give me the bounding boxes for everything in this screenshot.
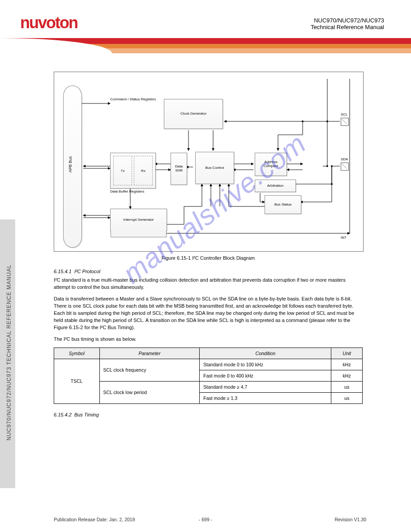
footer-page: - 699 - bbox=[199, 517, 212, 522]
logo: nuvoTon bbox=[20, 13, 77, 32]
svg-point-40 bbox=[326, 165, 328, 167]
svg-point-39 bbox=[326, 120, 328, 122]
page: nuvoTon NUC970/NUC972/NUC973 Technical R… bbox=[0, 0, 411, 532]
side-tab: NUC970/NUC972/NUC973 TECHNICAL REFERENCE… bbox=[0, 219, 15, 488]
cmd-status-label: Command / Status Registers bbox=[110, 97, 156, 101]
data-buffer-regs-label: Data Buffer Registers bbox=[110, 189, 144, 193]
arbitration-block: Arbitration bbox=[255, 180, 296, 192]
footer-revision: Revision V1.30 bbox=[334, 517, 366, 522]
footer: Publication Release Date: Jan. 2, 2018 -… bbox=[0, 517, 411, 522]
brand-bar bbox=[0, 38, 411, 56]
sda-label: SDA bbox=[341, 157, 348, 161]
protocol-p3: The I²C bus timing is shown as below. bbox=[54, 336, 363, 343]
intr-gen-subbar bbox=[111, 231, 167, 237]
bus-status-block: Bus Status bbox=[265, 195, 301, 214]
th-symbol: Symbol bbox=[54, 348, 100, 359]
side-tab-text: NUC970/NUC972/NUC973 TECHNICAL REFERENCE… bbox=[6, 218, 12, 487]
section-heading-protocol: 6.15.4.1 I²C Protocol bbox=[54, 269, 363, 274]
content: APB Bus Clock Generator Command / Status… bbox=[54, 72, 363, 420]
scl-pad-icon bbox=[341, 118, 349, 126]
clock-generator-block: Clock Generator bbox=[164, 99, 223, 129]
figure-caption: Figure 6.15-1 I²C Controller Block Diagr… bbox=[54, 255, 363, 261]
th-unit: Unit bbox=[331, 348, 363, 359]
interrupt-gen-block: Interrupt Generator bbox=[110, 209, 167, 231]
table-row: SCL clock low period Standard mode ≥ 4.7… bbox=[54, 381, 363, 392]
section-heading-timing: 6.15.4.2 Bus Timing bbox=[54, 412, 363, 417]
th-condition: Condition bbox=[200, 348, 331, 359]
series-text: NUC970/NUC972/NUC973 bbox=[311, 17, 384, 24]
block-diagram: APB Bus Clock Generator Command / Status… bbox=[54, 72, 364, 252]
svg-point-41 bbox=[331, 165, 333, 167]
scl-label: SCL bbox=[341, 112, 348, 116]
apb-bus-label: APB Bus bbox=[68, 84, 73, 245]
protocol-p1: I²C standard is a true multi-master bus … bbox=[54, 277, 363, 291]
data-buffer-block: Tx Rx bbox=[110, 153, 156, 189]
sda-pad-icon bbox=[341, 163, 349, 171]
rx-buffer: Rx bbox=[134, 156, 153, 185]
svg-point-43 bbox=[302, 120, 304, 122]
svg-point-42 bbox=[331, 183, 333, 185]
bus-control-block: Bus Control bbox=[195, 152, 234, 184]
data-shift-block: Data Shift bbox=[171, 153, 187, 185]
header-right: NUC970/NUC972/NUC973 Technical Reference… bbox=[311, 17, 384, 30]
table-row: TSCL SCL clock frequency Standard mode 0… bbox=[54, 359, 363, 370]
footer-date: Publication Release Date: Jan. 2, 2018 bbox=[54, 517, 135, 522]
timing-table: Symbol Parameter Condition Unit TSCL SCL… bbox=[54, 348, 363, 404]
address-compare-block: Address Compare bbox=[255, 153, 287, 176]
apb-bus-block: APB Bus bbox=[63, 86, 82, 248]
subtitle-text: Technical Reference Manual bbox=[311, 24, 384, 30]
protocol-p2: Data is transferred between a Master and… bbox=[54, 296, 363, 331]
th-parameter: Parameter bbox=[99, 348, 200, 359]
tx-buffer: Tx bbox=[113, 156, 132, 185]
int-label: INT bbox=[341, 236, 347, 240]
